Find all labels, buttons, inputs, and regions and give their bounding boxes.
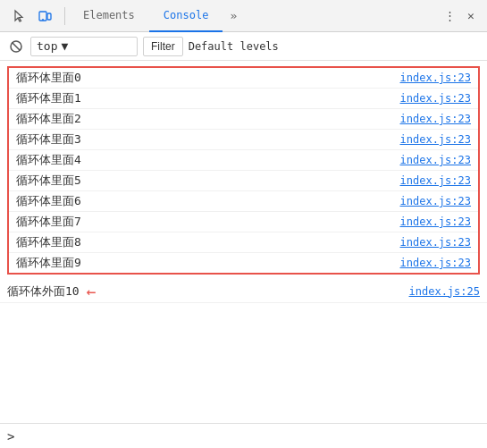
log-source-link[interactable]: index.js:23 <box>400 257 471 269</box>
log-message: 循环体里面7 <box>16 214 400 230</box>
log-entry-inside: 循环体里面6index.js:23 <box>9 191 478 212</box>
log-entry-inside: 循环体里面9index.js:23 <box>9 253 478 273</box>
log-entry-inside: 循环体里面8index.js:23 <box>9 232 478 253</box>
dropdown-arrow-icon: ▼ <box>61 39 68 53</box>
log-entry-inside: 循环体里面5index.js:23 <box>9 171 478 191</box>
log-message: 循环体里面4 <box>16 152 400 168</box>
log-message-outside: 循环体外面10← <box>7 282 409 300</box>
log-source-outside-link[interactable]: index.js:25 <box>409 285 480 298</box>
toolbar-divider <box>64 7 65 25</box>
cursor-icon[interactable] <box>9 5 30 27</box>
log-message: 循环体里面5 <box>16 173 400 189</box>
log-message: 循环体里面0 <box>16 70 400 86</box>
log-entry-outside: 循环体外面10←index.js:25 <box>0 280 487 303</box>
console-input[interactable] <box>18 429 480 443</box>
log-message: 循环体里面2 <box>16 111 400 127</box>
log-source-link[interactable]: index.js:23 <box>400 133 471 146</box>
log-message: 循环体里面1 <box>16 90 400 106</box>
log-entry-inside: 循环体里面3index.js:23 <box>9 130 478 150</box>
log-source-link[interactable]: index.js:23 <box>400 216 471 228</box>
log-source-link[interactable]: index.js:23 <box>400 113 471 125</box>
log-message: 循环体里面8 <box>16 234 400 250</box>
svg-rect-1 <box>47 13 51 20</box>
filter-button[interactable]: Filter <box>143 37 183 56</box>
log-entry-inside: 循环体里面7index.js:23 <box>9 212 478 232</box>
console-toolbar: top ▼ Filter Default levels <box>0 32 487 61</box>
log-source-link[interactable]: index.js:23 <box>400 72 471 84</box>
context-value: top <box>37 39 57 53</box>
log-entry-inside: 循环体里面2index.js:23 <box>9 109 478 130</box>
tab-elements[interactable]: Elements <box>69 0 149 32</box>
more-options-icon[interactable]: ⋮ <box>441 7 458 25</box>
log-entry-inside: 循环体里面4index.js:23 <box>9 150 478 171</box>
console-log-area: 循环体里面0index.js:23循环体里面1index.js:23循环体里面2… <box>0 61 487 423</box>
toolbar-icons <box>4 5 61 27</box>
devtools-toolbar: Elements Console » ⋮ ✕ <box>0 0 487 32</box>
log-message: 循环体里面3 <box>16 131 400 148</box>
log-source-link[interactable]: index.js:23 <box>400 92 471 105</box>
log-source-link[interactable]: index.js:23 <box>400 174 471 187</box>
svg-line-4 <box>13 42 21 50</box>
log-source-link[interactable]: index.js:23 <box>400 195 471 207</box>
device-icon[interactable] <box>34 5 55 27</box>
tab-console[interactable]: Console <box>149 0 223 32</box>
log-entry-inside: 循环体里面1index.js:23 <box>9 89 478 109</box>
console-prompt: > <box>0 423 487 448</box>
clear-console-icon[interactable] <box>7 38 25 55</box>
close-icon[interactable]: ✕ <box>462 7 480 25</box>
context-selector[interactable]: top ▼ <box>30 37 138 56</box>
log-message: 循环体里面9 <box>16 255 400 271</box>
tab-more-icon[interactable]: » <box>223 0 244 32</box>
log-entry-inside: 循环体里面0index.js:23 <box>9 68 478 89</box>
log-group-inside: 循环体里面0index.js:23循环体里面1index.js:23循环体里面2… <box>7 66 480 275</box>
log-source-link[interactable]: index.js:23 <box>400 236 471 249</box>
log-message: 循环体里面6 <box>16 193 400 209</box>
log-source-link[interactable]: index.js:23 <box>400 154 471 166</box>
default-levels-button[interactable]: Default levels <box>189 40 279 53</box>
red-arrow-icon: ← <box>87 282 97 300</box>
toolbar-right: ⋮ ✕ <box>441 7 483 25</box>
prompt-chevron-icon: > <box>7 429 14 444</box>
tab-bar: Elements Console » <box>69 0 441 32</box>
